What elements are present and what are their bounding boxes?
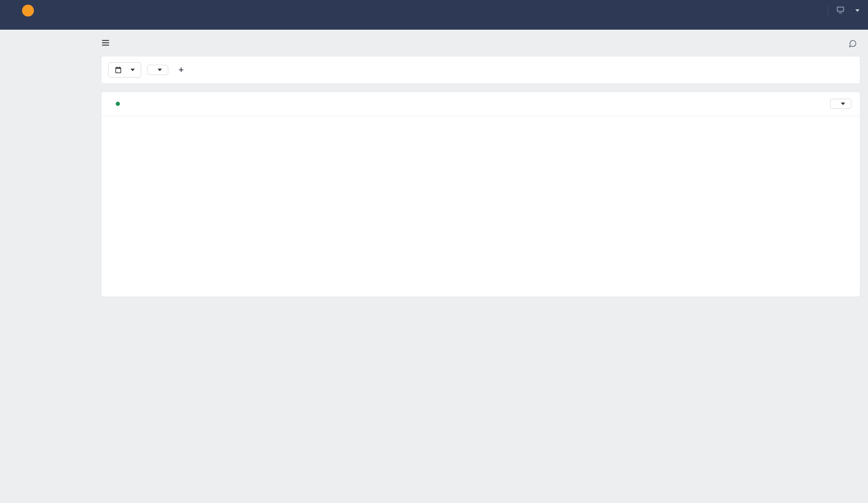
- filters-bar: +: [101, 56, 860, 84]
- granularity-select[interactable]: [830, 99, 851, 109]
- sidebar-heading: [3, 37, 90, 43]
- menu-icon[interactable]: [101, 38, 110, 49]
- live-dot-icon: [116, 102, 120, 106]
- add-filter-button[interactable]: +: [178, 65, 188, 75]
- device-icon[interactable]: [836, 5, 845, 16]
- calendar-icon: [114, 66, 122, 74]
- chevron-down-icon: [158, 69, 162, 71]
- chart: [110, 131, 851, 288]
- chevron-down-icon: [841, 103, 845, 105]
- annotation-badge-1: [22, 5, 34, 17]
- workspace-switcher[interactable]: [853, 9, 860, 12]
- suggest-feature-link[interactable]: [849, 39, 860, 48]
- compare-select[interactable]: [147, 65, 168, 75]
- chevron-down-icon: [855, 9, 860, 12]
- chevron-down-icon: [131, 69, 135, 71]
- date-range-picker[interactable]: [108, 62, 141, 78]
- breadcrumb: [8, 21, 860, 30]
- divider: [828, 6, 828, 16]
- sidebar: [0, 30, 93, 306]
- plus-icon: +: [178, 65, 184, 75]
- stats-card: [101, 92, 860, 297]
